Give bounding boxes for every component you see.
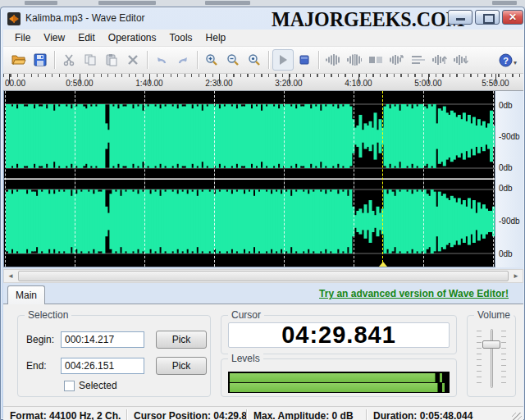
tab-main[interactable]: Main [7, 285, 45, 304]
cursor-group-label: Cursor [228, 309, 264, 321]
scrollbar-thumb[interactable] [18, 271, 509, 281]
status-field: Max. Amplitude: 0 dB [247, 410, 366, 420]
volume-slider[interactable] [468, 327, 515, 391]
help-button[interactable]: ?▾ [499, 53, 517, 67]
toolbar-separator [197, 51, 198, 69]
menu-edit[interactable]: Edit [71, 30, 102, 45]
end-input[interactable] [61, 358, 144, 374]
wave-trim-button [408, 49, 429, 71]
waveform-channel-right [6, 180, 495, 266]
selected-checkbox-label: Selected [79, 380, 117, 391]
minimize-button[interactable] [448, 10, 472, 25]
background-window-sliver [0, 0, 525, 7]
begin-input[interactable] [61, 331, 144, 348]
waveform-area: 0db-90db0db0db-90db0db [3, 91, 523, 269]
app-icon [7, 12, 21, 25]
ruler-label: 00.00 [5, 79, 25, 88]
time-gridline [354, 91, 354, 267]
levels-group: Levels [221, 358, 457, 397]
begin-label: Begin: [26, 334, 61, 345]
help-dropdown-icon[interactable]: ▾ [514, 59, 517, 66]
status-field: Cursor Position: 04:29.841 [127, 410, 246, 420]
time-gridline [5, 91, 6, 267]
toolbar-separator [268, 51, 269, 69]
play-button[interactable] [272, 49, 294, 71]
db-label: 0db [499, 101, 513, 110]
save-button[interactable] [30, 49, 51, 71]
menu-file[interactable]: File [8, 30, 37, 45]
majorgeeks-watermark: MAJORGEEKS.COM [272, 7, 464, 31]
open-button[interactable] [8, 49, 30, 71]
zoom-full-icon [248, 53, 261, 66]
cut-icon [62, 53, 75, 66]
pick-begin-button[interactable]: Pick [156, 331, 207, 349]
menu-view[interactable]: View [37, 30, 71, 45]
db-label: -90db [499, 132, 520, 141]
horizontal-scrollbar[interactable]: ◄ ► [3, 269, 523, 283]
zoom-in-icon [205, 53, 218, 66]
redo-button [172, 49, 194, 71]
help-icon: ? [499, 53, 513, 67]
zoom-full-button[interactable] [244, 49, 265, 71]
paste-button [101, 49, 122, 71]
menu-help[interactable]: Help [199, 30, 233, 45]
db-label: 0db [499, 184, 513, 193]
cursor-marker-icon [379, 262, 387, 267]
pick-end-button[interactable]: Pick [156, 357, 207, 375]
selection-group-label: Selection [25, 309, 71, 321]
zoom-out-button[interactable] [222, 49, 244, 71]
window-title: Kalimba.mp3 - Wave Editor [25, 12, 145, 24]
status-field: Format: 44100 Hz, 2 Ch. [3, 410, 126, 420]
wave-split-icon [347, 53, 362, 66]
wave-lines-icon [326, 53, 340, 66]
resize-grip[interactable] [512, 413, 522, 420]
amplify-down-button [450, 49, 472, 71]
scroll-left-icon[interactable]: ◄ [4, 270, 17, 282]
undo-button [151, 49, 172, 71]
cursor-time-box: 04:29.841 [228, 322, 450, 348]
waveform-display[interactable] [3, 91, 495, 267]
copy-button [80, 49, 101, 71]
ruler-label: 4:10.00 [345, 79, 372, 88]
tab-strip: Main Try an advanced version of Wave Edi… [3, 283, 523, 304]
time-gridline [144, 91, 145, 267]
ruler-label: 1:40.00 [135, 79, 162, 88]
playback-cursor[interactable] [382, 91, 383, 267]
close-button[interactable] [502, 10, 523, 25]
wave-editor-window: Kalimba.mp3 - Wave Editor MAJORGEEKS.COM… [0, 7, 525, 420]
upgrade-link[interactable]: Try an advanced version of Wave Editor! [319, 288, 509, 299]
menu-operations[interactable]: Operations [102, 30, 163, 45]
timeline-ruler[interactable]: 00.000:50.001:40.002:30.003:20.004:10.00… [3, 74, 523, 91]
level-meter [228, 372, 450, 393]
zoom-out-icon [226, 53, 240, 66]
wave-arrow-icon [390, 53, 404, 66]
wave-trim-icon [411, 53, 426, 66]
time-gridline [284, 91, 285, 267]
maximize-button[interactable] [475, 10, 500, 25]
selected-checkbox[interactable] [64, 381, 75, 391]
ruler-label: 5:50.00 [482, 79, 509, 88]
cursor-group: Cursor 04:29.841 [221, 315, 457, 354]
toolbar-separator [147, 51, 148, 69]
selection-group: Selection Begin: Pick End: Pick Selected [17, 315, 211, 397]
ruler-label: 2:30.00 [205, 79, 232, 88]
delete-button [122, 49, 144, 71]
svg-text:?: ? [503, 55, 509, 65]
stop-button[interactable] [294, 49, 315, 71]
volume-slider-thumb[interactable] [482, 340, 500, 349]
volume-group-label: Volume [474, 309, 514, 321]
db-scale: 0db-90db0db0db-90db0db [495, 91, 523, 267]
toolbar-separator [54, 51, 55, 69]
stop-icon [298, 53, 311, 66]
copy-icon [84, 53, 97, 66]
zoom-in-button[interactable] [201, 49, 222, 71]
menu-tools[interactable]: Tools [163, 30, 199, 45]
waveform-channel-left [6, 91, 495, 178]
title-bar[interactable]: Kalimba.mp3 - Wave Editor MAJORGEEKS.COM [1, 7, 524, 30]
volume-group: Volume [467, 315, 516, 397]
scroll-right-icon[interactable]: ► [509, 270, 523, 282]
status-bar: Format: 44100 Hz, 2 Ch.Cursor Position: … [3, 406, 523, 420]
slider-track [491, 329, 493, 388]
level-bar [230, 373, 448, 382]
cut-button [58, 49, 80, 71]
